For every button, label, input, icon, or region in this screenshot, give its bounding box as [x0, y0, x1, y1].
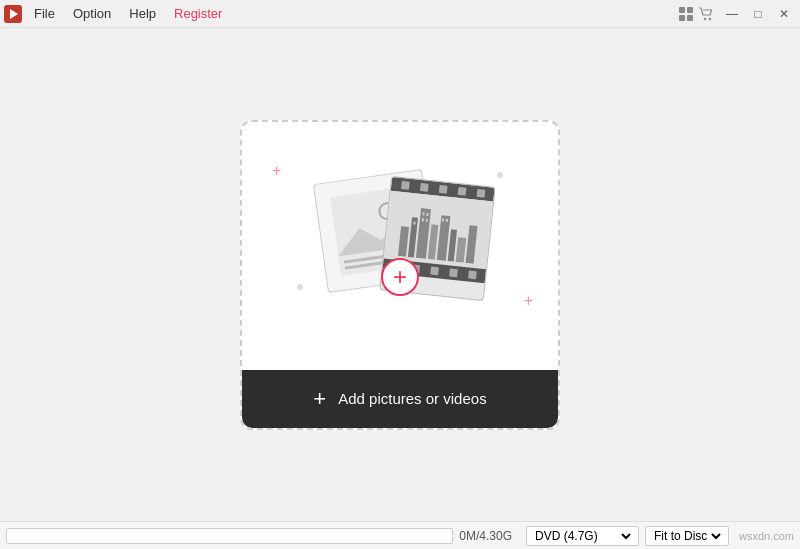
film-hole	[476, 188, 485, 197]
notification-icon	[678, 6, 694, 22]
notification-area	[678, 6, 714, 22]
film-hole	[438, 184, 447, 193]
svg-rect-3	[687, 7, 693, 13]
svg-rect-16	[436, 215, 450, 261]
add-media-button[interactable]: + Add pictures or videos	[242, 370, 558, 428]
svg-rect-4	[679, 15, 685, 21]
cart-icon	[698, 6, 714, 22]
svg-rect-2	[679, 7, 685, 13]
app-icon	[4, 5, 22, 23]
maximize-button[interactable]: □	[746, 3, 770, 25]
watermark: wsxdn.com	[739, 530, 794, 542]
film-hole	[430, 266, 439, 275]
decorative-dot-3	[297, 284, 303, 290]
drop-zone[interactable]: + +	[240, 120, 560, 430]
media-illustration: +	[310, 166, 490, 326]
film-hole	[400, 180, 409, 189]
option-menu[interactable]: Option	[65, 3, 119, 24]
titlebar: File Option Help Register — □ ✕	[0, 0, 800, 28]
svg-rect-12	[397, 226, 408, 257]
city-skyline-icon	[395, 196, 481, 264]
main-content: + +	[0, 28, 800, 521]
disc-type-select[interactable]: DVD (4.7G) DVD-DL (8.5G) Blu-ray (25G)	[526, 526, 639, 546]
size-indicator: 0M/4.30G	[459, 529, 512, 543]
fit-mode-dropdown[interactable]: Fit to Disc Custom	[650, 528, 724, 544]
add-plus-icon: +	[313, 388, 326, 410]
film-hole	[449, 268, 458, 277]
decorative-plus-2: +	[524, 292, 533, 310]
svg-point-6	[704, 17, 706, 19]
help-menu[interactable]: Help	[121, 3, 164, 24]
film-hole	[457, 186, 466, 195]
add-circle-icon: +	[381, 258, 419, 296]
progress-bar	[6, 528, 453, 544]
statusbar: 0M/4.30G DVD (4.7G) DVD-DL (8.5G) Blu-ra…	[0, 521, 800, 549]
film-hole	[467, 270, 476, 279]
svg-rect-13	[407, 217, 417, 257]
file-menu[interactable]: File	[26, 3, 63, 24]
register-menu[interactable]: Register	[166, 3, 230, 24]
fit-mode-select[interactable]: Fit to Disc Custom	[645, 526, 729, 546]
close-button[interactable]: ✕	[772, 3, 796, 25]
film-hole	[419, 182, 428, 191]
svg-rect-5	[687, 15, 693, 21]
decorative-dot-1	[497, 172, 503, 178]
decorative-plus-1: +	[272, 162, 281, 180]
disc-type-dropdown[interactable]: DVD (4.7G) DVD-DL (8.5G) Blu-ray (25G)	[531, 528, 634, 544]
window-controls: — □ ✕	[720, 3, 796, 25]
drop-zone-content: + +	[242, 122, 558, 370]
minimize-button[interactable]: —	[720, 3, 744, 25]
svg-point-7	[709, 17, 711, 19]
svg-rect-19	[465, 225, 477, 264]
svg-rect-17	[447, 229, 456, 261]
add-button-label: Add pictures or videos	[338, 390, 486, 407]
svg-rect-18	[455, 237, 466, 263]
svg-rect-15	[427, 224, 438, 260]
menu-bar: File Option Help Register	[26, 3, 678, 24]
